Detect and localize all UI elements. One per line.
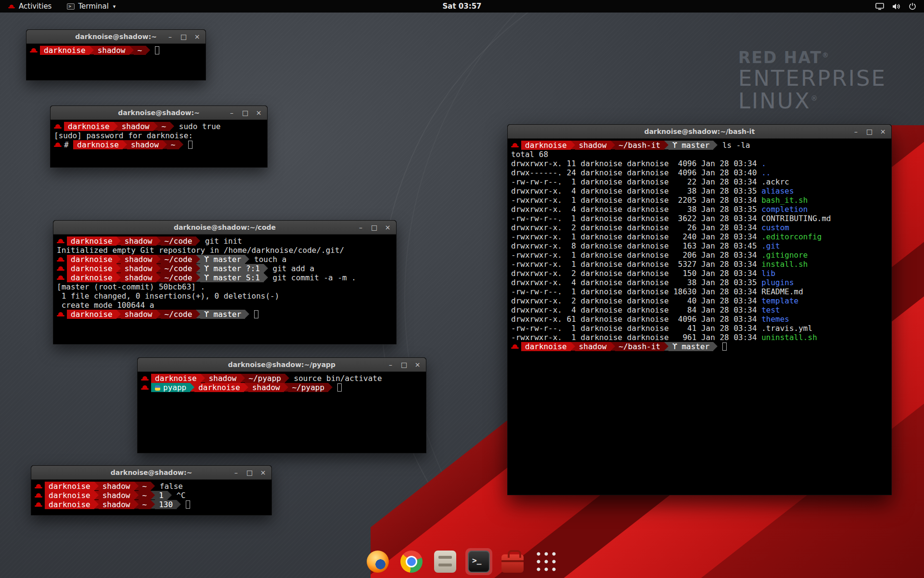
terminal-cursor <box>337 383 342 392</box>
terminal-text: custom <box>761 223 789 232</box>
display-icon[interactable] <box>875 3 884 10</box>
terminal-text: README.md <box>761 287 803 296</box>
maximize-button[interactable]: □ <box>400 358 408 372</box>
terminal-text: drwxrwxr-x. 61 darknoise darknoise 4096 … <box>511 315 761 324</box>
dock-toolbox[interactable] <box>499 548 526 575</box>
window-titlebar[interactable]: darknoise@shadow:~/pyapp – □ × <box>138 358 426 372</box>
terminal-line: darknoiseshadow~/codeϒ master ?:1 git ad… <box>57 264 394 273</box>
terminal-text: ls -la <box>718 141 750 150</box>
minimize-button[interactable]: – <box>387 358 394 372</box>
terminal-cursor <box>254 310 258 318</box>
prompt-segment-user: darknoise <box>194 383 244 392</box>
terminal-text: uninstall.sh <box>761 333 817 342</box>
terminal-screen[interactable]: darknoiseshadow~/bash-itϒ master ls -lat… <box>508 139 891 495</box>
minimize-button[interactable]: – <box>852 125 860 139</box>
terminal-screen[interactable]: darknoiseshadow~/code git initInitialize… <box>53 235 396 344</box>
prompt-segment-user: darknoise <box>45 491 94 500</box>
prompt-segment-exit: 130 <box>155 500 177 509</box>
prompt-segment-host: shadow <box>121 273 156 282</box>
prompt-segment-branch: ϒ master S:1 <box>200 273 264 282</box>
dock-terminal[interactable] <box>465 548 492 575</box>
redhat-prompt-icon <box>54 140 62 149</box>
window-titlebar[interactable]: darknoise@shadow:~ – □ × <box>51 106 267 120</box>
close-button[interactable]: × <box>384 221 391 235</box>
powerline-separator <box>156 236 161 245</box>
terminal-screen[interactable]: darknoiseshadow~ sudo true[sudo] passwor… <box>51 120 267 167</box>
terminal-text: create mode 100644 a <box>57 301 154 310</box>
redhat-prompt-icon <box>141 374 149 383</box>
terminal-line: drwxrwxr-x. 4 darknoise darknoise 38 Jan… <box>511 205 889 214</box>
maximize-button[interactable]: □ <box>246 466 253 480</box>
dock-app-grid[interactable] <box>533 548 560 575</box>
dock-chrome[interactable] <box>398 548 425 575</box>
powerline-separator <box>664 342 668 351</box>
terminal-window-pyapp: darknoise@shadow:~/pyapp – □ × darknoise… <box>137 357 426 453</box>
prompt-segment-path: ~ <box>134 46 146 55</box>
prompt-segment-host: shadow <box>121 236 156 246</box>
powerline-separator <box>116 236 121 245</box>
terminal-text: CONTRIBUTING.md <box>761 214 831 223</box>
dock-firefox[interactable] <box>364 548 391 575</box>
terminal-line: drwxrwxr-x. 2 darknoise darknoise 26 Jan… <box>511 223 889 232</box>
terminal-screen[interactable]: darknoiseshadow~ falsedarknoiseshadow~1 … <box>31 480 271 515</box>
close-button[interactable]: × <box>255 106 262 120</box>
terminal-line: darknoiseshadow~/pyapp source bin/activa… <box>141 374 424 383</box>
prompt-segment-path: ~ <box>158 122 170 131</box>
terminal-screen[interactable]: darknoiseshadow~ <box>26 44 205 80</box>
powerline-separator <box>129 46 134 54</box>
maximize-button[interactable]: □ <box>242 106 249 120</box>
powerline-separator <box>151 482 155 490</box>
maximize-button[interactable]: □ <box>180 30 187 44</box>
terminal-line: # darknoiseshadow~ <box>54 140 265 149</box>
close-button[interactable]: × <box>193 30 201 44</box>
terminal-line: 1 file changed, 0 insertions(+), 0 delet… <box>57 291 394 301</box>
prompt-segment-user: darknoise <box>64 122 114 131</box>
window-titlebar[interactable]: darknoise@shadow:~/bash-it – □ × <box>508 125 891 139</box>
powerline-separator <box>156 310 161 318</box>
powerline-separator <box>285 374 289 382</box>
terminal-line: drwxrwxr-x. 4 darknoise darknoise 38 Jan… <box>511 278 889 287</box>
terminal-window-sudo: darknoise@shadow:~ – □ × darknoiseshadow… <box>50 105 268 168</box>
files-icon <box>434 551 456 573</box>
terminal-screen[interactable]: darknoiseshadow~/pyapp source bin/activa… <box>138 372 426 453</box>
minimize-button[interactable]: – <box>167 30 174 44</box>
maximize-button[interactable]: □ <box>371 221 378 235</box>
close-button[interactable]: × <box>259 466 267 480</box>
dock-files[interactable] <box>432 548 459 575</box>
minimize-button[interactable]: – <box>232 466 240 480</box>
window-titlebar[interactable]: darknoise@shadow:~ – □ × <box>26 30 205 44</box>
volume-icon[interactable] <box>892 3 900 10</box>
maximize-button[interactable]: □ <box>866 125 873 139</box>
branding-linux: LINUX® <box>738 90 886 112</box>
terminal-text: .travis.yml <box>761 324 812 333</box>
terminal-cursor <box>186 500 190 509</box>
terminal-line: -rwxrwxr-x. 1 darknoise darknoise 961 Ja… <box>511 333 889 342</box>
powerline-separator <box>245 255 249 263</box>
powerline-separator <box>134 491 139 499</box>
window-titlebar[interactable]: darknoise@shadow:~ – □ × <box>31 466 271 480</box>
window-titlebar[interactable]: darknoise@shadow:~/code – □ × <box>53 221 396 235</box>
power-icon[interactable] <box>909 2 916 10</box>
terminal-text: -rw-rw-r--. 1 darknoise darknoise 3622 J… <box>511 214 761 223</box>
prompt-segment-user: darknoise <box>45 482 94 491</box>
terminal-text: drwx------. 24 darknoise darknoise 4096 … <box>511 168 761 177</box>
prompt-segment-branch: ϒ master <box>668 342 713 351</box>
terminal-text: template <box>761 296 798 305</box>
powerline-separator <box>664 141 668 149</box>
prompt-segment-user: darknoise <box>521 342 571 351</box>
minimize-button[interactable]: – <box>357 221 364 235</box>
terminal-line: -rwxrwxr-x. 1 darknoise darknoise 206 Ja… <box>511 250 889 260</box>
powerline-separator <box>163 140 167 149</box>
terminal-text: [sudo] password for darknoise: <box>54 131 193 140</box>
close-button[interactable]: × <box>879 125 886 139</box>
prompt-segment-user: darknoise <box>67 273 116 282</box>
powerline-separator <box>196 310 200 318</box>
redhat-prompt-icon <box>57 273 64 282</box>
close-button[interactable]: × <box>414 358 421 372</box>
powerline-separator <box>123 140 127 149</box>
powerline-separator <box>156 264 161 273</box>
terminal-line: drwxrwxr-x. 11 darknoise darknoise 4096 … <box>511 159 889 168</box>
clock[interactable]: Sat 03:57 <box>0 2 924 11</box>
minimize-button[interactable]: – <box>228 106 235 120</box>
prompt-segment-path: ~ <box>139 491 151 500</box>
